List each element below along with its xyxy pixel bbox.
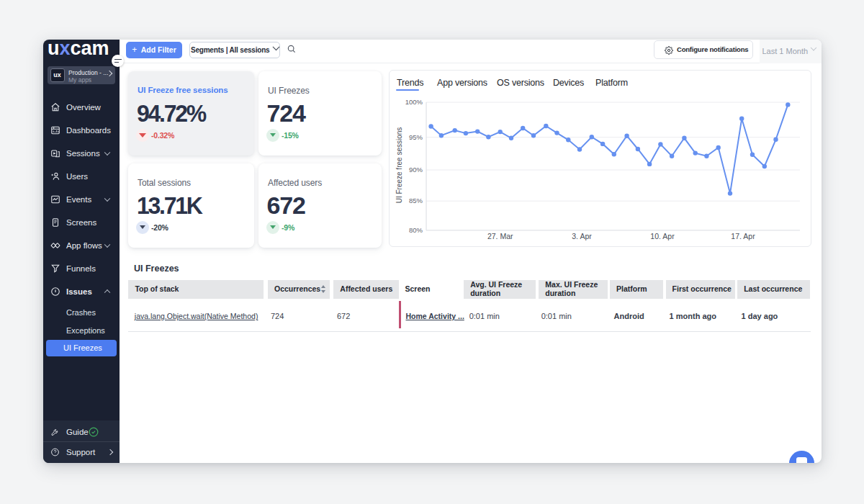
svg-text:27. Mar: 27. Mar xyxy=(487,232,513,240)
svg-text:10. Apr: 10. Apr xyxy=(650,232,675,240)
svg-text:3. Apr: 3. Apr xyxy=(572,232,592,240)
svg-text:17. Apr: 17. Apr xyxy=(731,232,755,240)
svg-text:80%: 80% xyxy=(409,226,423,234)
svg-text:85%: 85% xyxy=(409,197,423,204)
svg-text:95%: 95% xyxy=(409,133,423,141)
svg-text:90%: 90% xyxy=(409,166,423,174)
svg-text:100%: 100% xyxy=(405,98,423,106)
